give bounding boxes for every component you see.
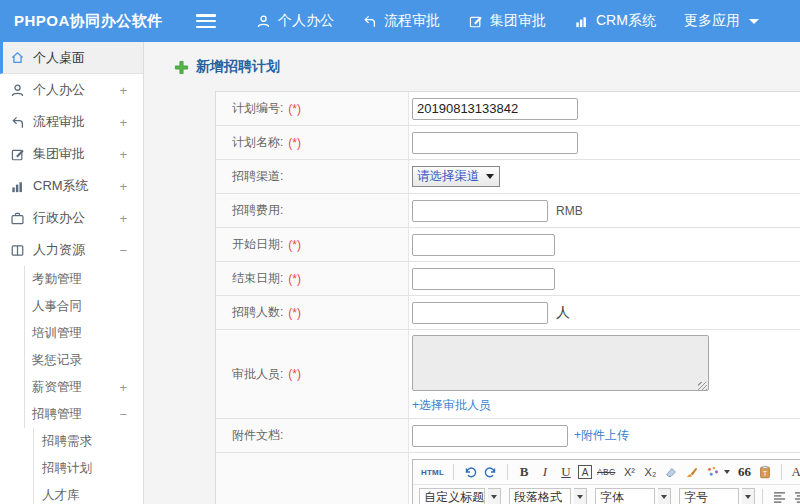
expand-toggle[interactable]: + <box>119 115 127 130</box>
sidebar-item-personal-office[interactable]: 个人办公 + <box>0 74 143 106</box>
plan-no-input[interactable] <box>412 98 578 120</box>
sidebar-item-label: 人事合同 <box>32 298 82 315</box>
topmenu-personal-office[interactable]: 个人办公 <box>242 0 348 42</box>
editor-toolbar-row1: HTML B I U A <box>413 460 800 485</box>
expand-toggle[interactable]: + <box>119 147 127 162</box>
attachment-upload-link[interactable]: +附件上传 <box>574 427 629 444</box>
resize-handle-icon[interactable] <box>698 382 707 391</box>
form-row-channel: 招聘渠道: 请选择渠道 <box>216 160 800 194</box>
attachment-input[interactable] <box>412 425 568 447</box>
boxed-text-button[interactable]: A <box>578 465 592 479</box>
dropdown-arrow-icon[interactable] <box>742 488 755 504</box>
eraser-icon[interactable] <box>662 462 680 482</box>
approvers-label: 审批人员: <box>232 366 283 383</box>
sidebar-item-label: 人才库 <box>42 487 80 504</box>
sidebar-item-recruit-plan[interactable]: 招聘计划 <box>0 455 143 482</box>
sidebar-item-desktop[interactable]: 个人桌面 <box>0 42 143 74</box>
spray-color-icon[interactable] <box>704 462 732 482</box>
dropdown-arrow-icon[interactable] <box>488 488 501 504</box>
custom-heading-select[interactable]: 自定义标题 <box>419 488 485 504</box>
expand-toggle[interactable]: + <box>119 83 127 98</box>
fee-input[interactable] <box>412 200 548 222</box>
topmenu-crm[interactable]: CRM系统 <box>560 0 670 42</box>
align-left-icon[interactable] <box>770 487 788 504</box>
home-icon <box>10 50 25 65</box>
form-row-attachment: 附件文档: +附件上传 <box>216 419 800 453</box>
html-source-button[interactable]: HTML <box>419 462 446 482</box>
sidebar-item-rewards[interactable]: 奖惩记录 <box>0 347 143 374</box>
redo-icon[interactable] <box>482 462 500 482</box>
topmenu-workflow-approval[interactable]: 流程审批 <box>348 0 454 42</box>
font-size-select[interactable]: 字号 <box>679 488 739 504</box>
hamburger-menu-icon[interactable] <box>196 14 216 28</box>
tree-line <box>33 455 34 482</box>
topmenu-more-apps[interactable]: 更多应用 <box>670 0 773 42</box>
form-row-editor: HTML B I U A <box>216 453 800 504</box>
sidebar-item-label: 行政办公 <box>33 209 85 227</box>
font-color-button[interactable]: A <box>789 462 800 482</box>
sidebar-item-hr[interactable]: 人力资源 − <box>0 234 143 266</box>
sidebar-item-salary[interactable]: 薪资管理+ <box>0 374 143 401</box>
required-mark: (*) <box>288 102 301 116</box>
font-family-select[interactable]: 字体 <box>595 488 655 504</box>
sidebar-item-admin-office[interactable]: 行政办公 + <box>0 202 143 234</box>
sidebar-item-hr-contract[interactable]: 人事合同 <box>0 293 143 320</box>
sidebar: 个人桌面 个人办公 + 流程审批 + 集团审批 + <box>0 42 144 504</box>
end-date-input[interactable] <box>412 268 555 290</box>
sidebar-item-recruit-mgmt[interactable]: 招聘管理− <box>0 401 143 428</box>
sidebar-item-group-approval[interactable]: 集团审批 + <box>0 138 143 170</box>
top-navbar: PHPOA协同办公软件 个人办公 流程审批 集团审批 <box>0 0 800 42</box>
paragraph-format-select[interactable]: 段落格式 <box>509 488 571 504</box>
required-mark: (*) <box>288 306 301 320</box>
sidebar-item-crm[interactable]: CRM系统 + <box>0 170 143 202</box>
italic-button[interactable]: I <box>536 462 554 482</box>
app-logo: PHPOA协同办公软件 <box>0 12 182 31</box>
expand-toggle[interactable]: + <box>119 179 127 194</box>
dropdown-arrow-icon <box>486 174 494 179</box>
page-title: 新增招聘计划 <box>174 58 800 76</box>
tree-line <box>24 293 25 320</box>
start-date-label: 开始日期: <box>232 236 283 253</box>
blockquote-button[interactable]: 66 <box>735 462 753 482</box>
paste-text-icon[interactable]: T <box>756 462 774 482</box>
undo-icon[interactable] <box>461 462 479 482</box>
format-brush-icon[interactable] <box>683 462 701 482</box>
caret-down-icon <box>724 470 730 474</box>
fee-label: 招聘费用: <box>232 202 283 219</box>
superscript-button[interactable]: X² <box>620 462 638 482</box>
channel-label: 招聘渠道: <box>232 168 283 185</box>
expand-toggle[interactable]: − <box>119 407 127 422</box>
approvers-textarea[interactable] <box>412 335 709 391</box>
sidebar-item-label: 培训管理 <box>32 325 82 342</box>
sidebar-item-recruit-demand[interactable]: 招聘需求 <box>0 428 143 455</box>
headcount-input[interactable] <box>412 302 548 324</box>
channel-select[interactable]: 请选择渠道 <box>412 166 500 187</box>
top-menu: 个人办公 流程审批 集团审批 CRM系统 更多应用 <box>242 0 773 42</box>
topmenu-group-approval[interactable]: 集团审批 <box>454 0 560 42</box>
expand-toggle[interactable]: + <box>119 211 127 226</box>
underline-button[interactable]: U <box>557 462 575 482</box>
required-mark: (*) <box>288 367 301 381</box>
form-row-plan-no: 计划编号: (*) <box>216 92 800 126</box>
required-mark: (*) <box>288 136 301 150</box>
sidebar-item-training[interactable]: 培训管理 <box>0 320 143 347</box>
channel-select-value: 请选择渠道 <box>417 168 480 185</box>
svg-text:T: T <box>763 470 767 477</box>
subscript-button[interactable]: X₂ <box>641 462 659 482</box>
plan-name-input[interactable] <box>412 132 578 154</box>
sidebar-item-workflow-approval[interactable]: 流程审批 + <box>0 106 143 138</box>
align-center-icon[interactable] <box>791 487 800 504</box>
required-mark: (*) <box>288 238 301 252</box>
bar-chart-icon <box>10 179 25 194</box>
sidebar-item-attendance[interactable]: 考勤管理 <box>0 266 143 293</box>
expand-toggle[interactable]: − <box>119 243 127 258</box>
bold-button[interactable]: B <box>515 462 533 482</box>
strikethrough-button[interactable]: ABC <box>595 462 617 482</box>
sidebar-item-talent-pool[interactable]: 人才库 <box>0 482 143 504</box>
sidebar-item-label: 流程审批 <box>33 113 85 131</box>
dropdown-arrow-icon[interactable] <box>574 488 587 504</box>
start-date-input[interactable] <box>412 234 555 256</box>
select-approvers-link[interactable]: +选择审批人员 <box>412 398 491 412</box>
expand-toggle[interactable]: + <box>119 380 127 395</box>
dropdown-arrow-icon[interactable] <box>658 488 671 504</box>
